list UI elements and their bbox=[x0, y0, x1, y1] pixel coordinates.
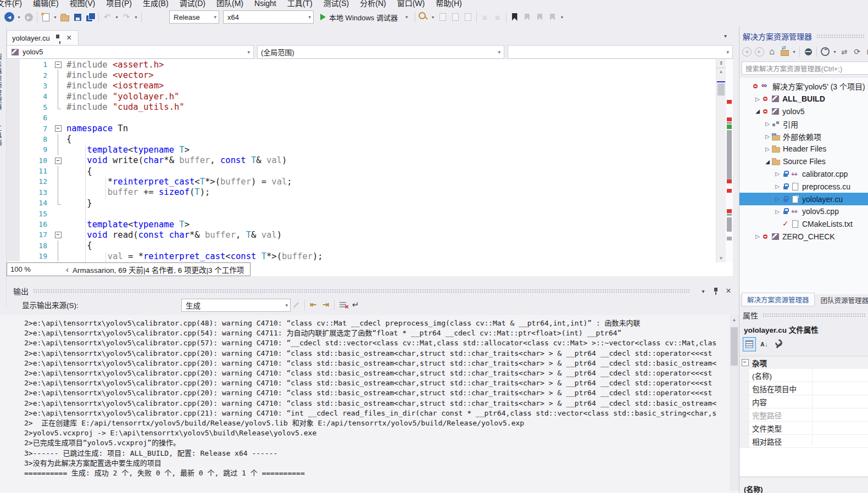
menu-item[interactable]: 视图(V) bbox=[64, 0, 101, 8]
editor-vertical-scrollbar[interactable] bbox=[716, 59, 726, 262]
breakpoint-margin[interactable] bbox=[7, 144, 20, 155]
se-refresh-icon[interactable] bbox=[851, 45, 863, 58]
breakpoint-margin[interactable] bbox=[7, 102, 20, 113]
toggle-bookmark-icon[interactable] bbox=[509, 10, 521, 24]
breakpoint-margin[interactable] bbox=[7, 59, 20, 70]
output-source-select[interactable]: 生成 ▾ bbox=[181, 299, 291, 312]
output-text-area[interactable]: 2>e:\api\tensorrtx\yolov5\calibrator.cpp… bbox=[0, 315, 739, 493]
paste-document-icon[interactable] bbox=[462, 10, 474, 24]
menu-item[interactable]: 工具(T) bbox=[282, 0, 318, 8]
next-message-icon[interactable] bbox=[320, 298, 332, 311]
prev-bookmark-icon[interactable] bbox=[521, 10, 533, 24]
property-row[interactable]: 文件类型 bbox=[739, 422, 868, 435]
breakpoint-margin[interactable] bbox=[7, 70, 20, 80]
breakpoint-margin[interactable] bbox=[7, 187, 20, 198]
breakpoint-margin[interactable] bbox=[7, 208, 20, 219]
redo-icon[interactable] bbox=[120, 10, 132, 24]
breakpoint-margin[interactable] bbox=[7, 176, 20, 187]
next-bookmark-icon[interactable] bbox=[534, 10, 546, 24]
column-select-icon[interactable] bbox=[437, 10, 449, 24]
breakpoint-margin[interactable] bbox=[7, 81, 20, 91]
breakpoint-margin[interactable] bbox=[7, 91, 20, 102]
nav-backward-menu-icon[interactable] bbox=[16, 10, 22, 24]
se-sync-active-document-icon[interactable] bbox=[838, 45, 850, 58]
side-tab-server-explorer[interactable]: 服务器资源管理器 bbox=[0, 54, 3, 111]
decrease-indent-icon[interactable] bbox=[479, 10, 491, 24]
menu-item[interactable]: Nsight bbox=[249, 0, 282, 8]
tree-item[interactable]: CMakeLists.txt bbox=[739, 218, 868, 231]
collapsed-tool-window-tabs[interactable]: 服务器资源管理器 工具箱 bbox=[0, 26, 7, 307]
save-all-icon[interactable] bbox=[84, 10, 96, 24]
outline-collapse-icon[interactable] bbox=[52, 59, 64, 70]
expander-collapsed-icon[interactable] bbox=[774, 209, 781, 215]
tree-item[interactable]: Source Files bbox=[739, 155, 868, 168]
pin-icon[interactable] bbox=[54, 33, 62, 42]
undo-icon[interactable] bbox=[101, 10, 113, 24]
tree-item[interactable]: ZERO_CHECK bbox=[739, 231, 868, 243]
expander-collapsed-icon[interactable] bbox=[764, 133, 771, 139]
outline-collapse-icon[interactable] bbox=[52, 229, 64, 240]
expander-collapsed-icon[interactable] bbox=[754, 233, 761, 239]
property-row[interactable]: 内容 bbox=[739, 395, 868, 408]
menu-item[interactable]: 团队(M) bbox=[211, 0, 249, 8]
property-row[interactable]: (名称) bbox=[739, 369, 868, 382]
se-switch-views-icon[interactable] bbox=[778, 45, 791, 58]
side-tab-toolbox[interactable]: 工具箱 bbox=[0, 125, 3, 147]
alphabetical-icon[interactable] bbox=[758, 338, 770, 351]
panel-tab[interactable]: 团队资源管理器 bbox=[816, 294, 868, 306]
platform-select[interactable]: x64▾ bbox=[223, 10, 314, 24]
window-position-menu-icon[interactable] bbox=[697, 284, 709, 298]
se-switch-views-menu-icon[interactable] bbox=[791, 45, 797, 58]
project-scope-select[interactable]: yolov5 ▾ bbox=[7, 45, 254, 59]
start-debug-button[interactable]: 本地 Windows 调试器 ▾ bbox=[316, 12, 413, 23]
property-row[interactable]: 包括在项目中 bbox=[739, 382, 868, 395]
menu-item[interactable]: 调试(D) bbox=[174, 0, 211, 8]
breakpoint-margin[interactable] bbox=[7, 219, 20, 229]
tree-item[interactable]: 外部依赖项 bbox=[739, 130, 868, 143]
se-collapse-all-icon[interactable] bbox=[864, 45, 868, 58]
outline-collapse-icon[interactable] bbox=[52, 123, 64, 133]
breakpoint-margin[interactable] bbox=[7, 155, 20, 166]
menu-item[interactable]: 测试(S) bbox=[318, 0, 355, 8]
scrollbar-thumb[interactable] bbox=[717, 83, 725, 96]
expander-expanded-icon[interactable] bbox=[764, 159, 771, 165]
close-icon[interactable] bbox=[722, 284, 735, 298]
document-list-chevron-icon[interactable]: ▾ bbox=[724, 33, 727, 39]
tree-item[interactable]: 引用 bbox=[739, 117, 868, 130]
clear-all-icon[interactable] bbox=[337, 298, 349, 311]
tree-item[interactable]: preprocess.cu bbox=[739, 180, 868, 193]
new-file-menu-icon[interactable] bbox=[52, 10, 58, 24]
menu-item[interactable]: 项目(P) bbox=[101, 0, 137, 8]
breakpoint-margin[interactable] bbox=[7, 123, 20, 133]
se-home-icon[interactable] bbox=[766, 45, 778, 58]
outline-collapse-icon[interactable] bbox=[52, 155, 64, 166]
scroll-down-icon[interactable] bbox=[716, 256, 726, 261]
expander-collapsed-icon[interactable] bbox=[774, 196, 781, 202]
menu-item[interactable]: 文件(F) bbox=[0, 0, 27, 8]
expander-collapsed-icon[interactable] bbox=[764, 121, 771, 127]
code-editor[interactable]: 1#include <assert.h>2#include <vector>3#… bbox=[7, 59, 733, 262]
copy-document-icon[interactable] bbox=[449, 10, 461, 24]
goto-message-icon[interactable] bbox=[290, 298, 302, 311]
member-select[interactable]: ▾ bbox=[508, 45, 733, 59]
breakpoint-margin[interactable] bbox=[7, 198, 20, 208]
nav-backward-icon[interactable] bbox=[3, 10, 15, 24]
se-pending-menu-icon[interactable] bbox=[832, 45, 838, 58]
expander-collapsed-icon[interactable] bbox=[774, 171, 781, 177]
find-in-files-icon[interactable] bbox=[418, 10, 430, 24]
breakpoint-margin[interactable] bbox=[7, 240, 20, 251]
expander-collapsed-icon[interactable] bbox=[774, 183, 781, 189]
new-file-icon[interactable] bbox=[40, 10, 52, 24]
property-row[interactable]: 完整路径 bbox=[739, 408, 868, 422]
se-back-icon[interactable] bbox=[741, 45, 753, 58]
increase-indent-icon[interactable] bbox=[492, 10, 504, 24]
menu-item[interactable]: 分析(N) bbox=[354, 0, 391, 8]
expander-collapsed-icon[interactable] bbox=[764, 146, 771, 152]
panel-tab[interactable]: 解决方案资源管理器 bbox=[742, 293, 815, 306]
expander-expanded-icon[interactable] bbox=[754, 108, 761, 114]
tree-item[interactable]: 解决方案'yolov5' (3 个项目) bbox=[739, 80, 868, 93]
tree-item[interactable]: ALL_BUILD bbox=[739, 93, 868, 105]
categorized-icon[interactable] bbox=[743, 337, 756, 351]
scroll-up-icon[interactable] bbox=[730, 317, 739, 322]
breakpoint-margin[interactable] bbox=[7, 229, 20, 240]
